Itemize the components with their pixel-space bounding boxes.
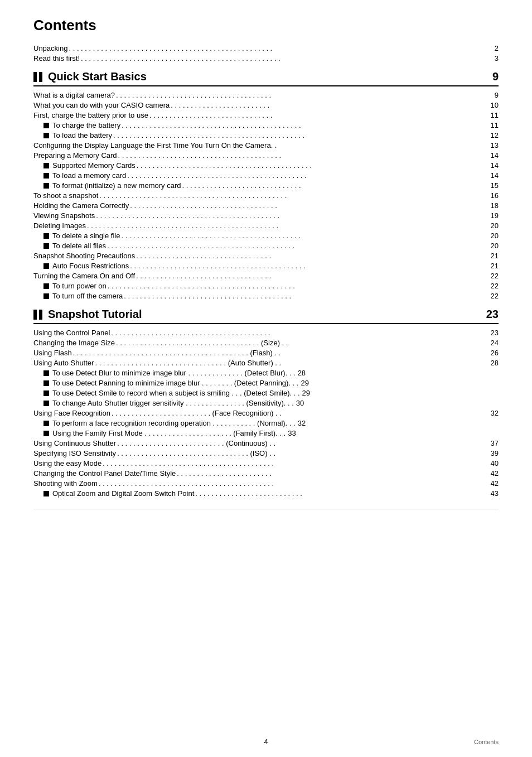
- page-num: 14: [491, 161, 499, 170]
- dots: . . . . . . . . . . . . . . . . . . . . …: [112, 409, 490, 417]
- entry-text-wrap: To perform a face recognition recording …: [52, 419, 499, 427]
- page-num: 22: [491, 292, 499, 300]
- entry-text: To turn off the camera: [52, 292, 123, 300]
- entry-text-wrap: To use Detect Panning to minimize image …: [52, 379, 499, 387]
- toc-entry: What is a digital camera? . . . . . . . …: [33, 91, 499, 99]
- section-header-left: Snapshot Tutorial: [33, 308, 142, 321]
- toc-entry: Unpacking . . . . . . . . . . . . . . . …: [33, 44, 499, 52]
- entry-text: Changing the Image Size: [33, 339, 115, 347]
- dots: . . . . . . . . . . . . . . . . . . . . …: [116, 91, 494, 99]
- page-num: 21: [491, 252, 499, 260]
- section-icon: [33, 72, 43, 82]
- dots: . . . . . . . . . . . . . . . . . . . . …: [96, 211, 489, 220]
- entry-text: Using the Control Panel: [33, 329, 110, 337]
- entry-text-wrap: To load a memory card . . . . . . . . . …: [52, 171, 499, 180]
- dots: . . . . . . . . . . . . . . . . . . . . …: [95, 359, 489, 367]
- entry-text: Preparing a Memory Card: [33, 151, 117, 160]
- bullet-icon: [43, 431, 49, 436]
- toc-entry: Holding the Camera Correctly . . . . . .…: [33, 201, 499, 210]
- section-icon: [33, 310, 43, 320]
- bullet-icon: [43, 133, 49, 138]
- dots: . . . . . . . . . . . . . . . . . . . . …: [118, 151, 490, 160]
- entry-text: To change Auto Shutter trigger sensitivi…: [52, 399, 294, 407]
- page-num: 42: [491, 479, 499, 488]
- toc-sub-entry: To format (initialize) a new memory card…: [33, 181, 499, 190]
- bullet-icon: [43, 491, 49, 496]
- icon-bar1: [33, 72, 37, 82]
- dots: . . . . . . . . . . . . . . . . . . . . …: [130, 262, 489, 270]
- entry-text: Read this first!: [33, 54, 80, 62]
- bullet-icon: [43, 293, 49, 299]
- toc-sub-entry: To use Detect Panning to minimize image …: [33, 379, 499, 387]
- page-num: 2: [495, 44, 499, 52]
- page-divider: [33, 509, 499, 509]
- page-num: 9: [495, 91, 499, 99]
- entry-text: To load the battery: [52, 131, 112, 139]
- dots: . . . . . . . . . . . . . . . . . . . . …: [122, 121, 489, 129]
- toc-sub-entry: Auto Focus Restrictions . . . . . . . . …: [33, 262, 499, 270]
- dots: . . . . . . . . . . . . . . . . . . . . …: [121, 232, 489, 240]
- entry-text: Using Auto Shutter: [33, 359, 94, 367]
- toc-sub-entry: Optical Zoom and Digital Zoom Switch Poi…: [33, 489, 499, 498]
- toc-entry: Shooting with Zoom . . . . . . . . . . .…: [33, 479, 499, 488]
- entry-text: Supported Memory Cards: [52, 161, 136, 170]
- entry-text-wrap: Optical Zoom and Digital Zoom Switch Poi…: [52, 489, 499, 498]
- bullet-icon: [43, 390, 49, 396]
- entry-text-wrap: To turn power on . . . . . . . . . . . .…: [52, 282, 499, 290]
- bullet-icon: [43, 233, 49, 239]
- dots: . . . . . . . . . . . . . . . . . . . . …: [195, 489, 489, 498]
- dots: . . . . . . . . . . . . . . . . . . . . …: [177, 469, 489, 478]
- page-num: 24: [491, 339, 499, 347]
- toc-sub-entry: Using the Family First Mode . . . . . . …: [33, 429, 499, 437]
- page-num: 32: [298, 419, 306, 427]
- bullet-icon: [43, 283, 49, 289]
- entry-text: To format (initialize) a new memory card: [52, 181, 181, 190]
- page-num: 28: [298, 369, 306, 377]
- footer-label: Contents: [474, 739, 499, 745]
- dots: . . . . . . . . . . . . . . . . . . . . …: [113, 131, 490, 139]
- entry-text-wrap: Auto Focus Restrictions . . . . . . . . …: [52, 262, 499, 270]
- entry-text-wrap: To delete a single file . . . . . . . . …: [52, 232, 499, 240]
- section-title: Snapshot Tutorial: [48, 308, 142, 321]
- dots: . . . . . . . . . . . . . . . . . . . . …: [87, 221, 490, 230]
- page-num: 40: [491, 459, 499, 467]
- toc-entry: Deleting Images . . . . . . . . . . . . …: [33, 221, 499, 230]
- toc-sub-entry: To load a memory card . . . . . . . . . …: [33, 171, 499, 180]
- toc-entry: Turning the Camera On and Off . . . . . …: [33, 272, 499, 280]
- dots: . . . . . . . . . . . . . . . . . . . . …: [103, 459, 489, 467]
- entry-text: Viewing Snapshots: [33, 211, 95, 220]
- entry-text-wrap: To charge the battery . . . . . . . . . …: [52, 121, 499, 129]
- entry-text: Configuring the Display Language the Fir…: [33, 141, 277, 150]
- page-num: 28: [491, 359, 499, 367]
- page-num: 29: [302, 389, 310, 397]
- page-num: 18: [491, 201, 499, 210]
- dots: . . . . . . . . . . . . . . . . . . . . …: [137, 161, 490, 170]
- entry-text: Auto Focus Restrictions: [52, 262, 129, 270]
- entry-text: Snapshot Shooting Precautions: [33, 252, 135, 260]
- page-num: 43: [491, 489, 499, 498]
- page-container: Contents Unpacking . . . . . . . . . . .…: [0, 0, 532, 757]
- dots: . . . . . . . . . . . . . . . . . . . . …: [73, 349, 490, 357]
- entry-text-wrap: To delete all files . . . . . . . . . . …: [52, 242, 499, 250]
- toc-sub-entry: To turn off the camera . . . . . . . . .…: [33, 292, 499, 300]
- dots: . . . . . . . . . . . . . . . . . . . . …: [116, 339, 490, 347]
- toc-entry: Using the Control Panel . . . . . . . . …: [33, 329, 499, 337]
- sections-container: Quick Start Basics 9 What is a digital c…: [33, 70, 499, 498]
- dots: . . . . . . . . . . . . . . . . . . . . …: [149, 111, 490, 119]
- entry-text: Holding the Camera Correctly: [33, 201, 129, 210]
- dots: . . . . . . . . . . . . . . . . . . . . …: [136, 272, 489, 280]
- page-num: 37: [491, 439, 499, 447]
- entry-text: Using Flash: [33, 349, 72, 357]
- dots: . . . . . . . . . . . . . . . . . . . . …: [69, 44, 493, 52]
- bullet-icon: [43, 173, 49, 179]
- page-num: 30: [296, 399, 304, 407]
- dots: . . . . . . . . . . . . . . . . . . . . …: [107, 242, 489, 250]
- toc-entry: Changing the Image Size . . . . . . . . …: [33, 339, 499, 347]
- toc-entry: First, charge the battery prior to use .…: [33, 111, 499, 119]
- icon-bar2: [39, 72, 42, 82]
- entry-text: To delete all files: [52, 242, 106, 250]
- page-num: 12: [491, 131, 499, 139]
- entry-text: Shooting with Zoom: [33, 479, 98, 488]
- toc-entry: Using Flash . . . . . . . . . . . . . . …: [33, 349, 499, 357]
- entry-text: First, charge the battery prior to use: [33, 111, 148, 119]
